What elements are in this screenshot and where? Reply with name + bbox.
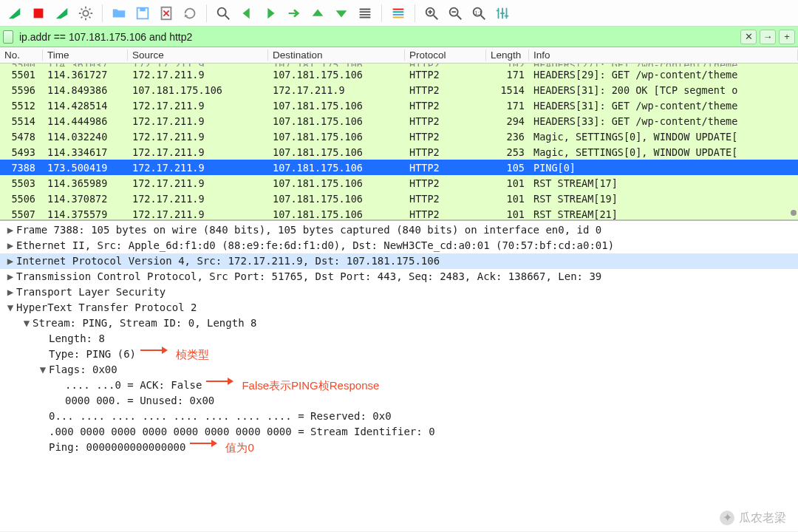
goto-icon[interactable] <box>284 3 304 24</box>
cell-proto: HTTP2 <box>405 64 486 66</box>
packet-row[interactable]: 7388173.500419172.17.211.9107.181.175.10… <box>0 160 798 175</box>
cell-time: 114.370872 <box>43 193 128 205</box>
cell-info: PING[0] <box>529 162 798 174</box>
last-icon[interactable] <box>331 3 352 24</box>
column-header[interactable]: Source <box>128 50 268 61</box>
cell-time: 114.361727 <box>43 69 128 81</box>
first-icon[interactable] <box>307 3 328 24</box>
packet-row[interactable]: 5596114.849386107.181.175.106172.17.211.… <box>0 82 798 98</box>
column-header[interactable]: Length <box>486 50 529 61</box>
wechat-icon: ✦ <box>720 511 734 525</box>
arrow-icon <box>206 378 237 385</box>
cell-src: 172.17.211.9 <box>128 146 268 158</box>
cell-no: 5514 <box>0 115 43 127</box>
cell-no: 5596 <box>0 84 43 96</box>
cell-dst: 107.181.175.106 <box>268 193 405 205</box>
svg-point-1 <box>83 10 88 16</box>
cell-proto: HTTP2 <box>405 208 486 220</box>
column-header[interactable]: Protocol <box>405 50 486 61</box>
cell-src: 172.17.211.9 <box>128 131 268 143</box>
column-header[interactable]: Destination <box>268 50 405 61</box>
options-icon[interactable] <box>75 3 96 24</box>
annotation-ping: 值为0 <box>225 440 253 455</box>
cell-no: 5507 <box>0 208 43 220</box>
tree-http2[interactable]: ▼HyperText Transfer Protocol 2 <box>0 300 798 316</box>
filter-bookmark-icon[interactable] <box>3 30 13 44</box>
cell-len: 253 <box>486 146 529 158</box>
cell-info: RST_STREAM[19] <box>529 193 798 205</box>
cell-no: 5478 <box>0 131 43 143</box>
cell-info: RST_STREAM[21] <box>529 208 798 220</box>
colorize-icon[interactable] <box>388 3 409 24</box>
zoom-in-icon[interactable] <box>421 3 442 24</box>
cell-dst: 107.181.175.106 <box>268 115 405 127</box>
stop-icon[interactable] <box>28 3 49 24</box>
cell-len: 101 <box>486 177 529 189</box>
tree-tcp[interactable]: ▶Transmission Control Protocol, Src Port… <box>0 269 798 284</box>
fwd-icon[interactable] <box>260 3 281 24</box>
packet-list-body[interactable]: 5500114.361037172.17.211.9107.181.175.10… <box>0 64 798 221</box>
cell-src: 172.17.211.9 <box>128 115 268 127</box>
column-header[interactable]: Info <box>529 50 798 61</box>
apply-filter-button[interactable]: → <box>760 30 776 44</box>
cell-info: Magic, SETTINGS[0], WINDOW_UPDATE[ <box>529 131 798 143</box>
scrollbar-thumb[interactable] <box>791 210 797 216</box>
tree-frame[interactable]: ▶Frame 7388: 105 bytes on wire (840 bits… <box>0 222 798 238</box>
auto-scroll-icon[interactable] <box>355 3 375 24</box>
field-length[interactable]: Length: 8 <box>0 331 798 347</box>
tree-flags[interactable]: ▼Flags: 0x00 <box>0 362 798 378</box>
field-ping[interactable]: Ping: 0000000000000000值为0 <box>0 440 798 455</box>
field-type[interactable]: Type: PING (6)桢类型 <box>0 347 798 362</box>
cell-proto: HTTP2 <box>405 162 486 174</box>
cell-dst: 107.181.175.106 <box>268 177 405 189</box>
tree-stream[interactable]: ▼Stream: PING, Stream ID: 0, Length 8 <box>0 316 798 331</box>
clear-filter-button[interactable]: ✕ <box>740 30 757 44</box>
cell-src: 172.17.211.9 <box>128 177 268 189</box>
packet-list-header: No.TimeSourceDestinationProtocolLengthIn… <box>0 47 798 64</box>
find-icon[interactable] <box>213 3 233 24</box>
zoom-reset-icon[interactable]: 1:1 <box>468 3 489 24</box>
cell-dst: 107.181.175.106 <box>268 100 405 112</box>
shark-icon[interactable] <box>4 3 25 24</box>
back-icon[interactable] <box>236 3 257 24</box>
packet-row[interactable]: 5500114.361037172.17.211.9107.181.175.10… <box>0 64 798 66</box>
packet-details-pane[interactable]: ▶Frame 7388: 105 bytes on wire (840 bits… <box>0 221 798 531</box>
packet-row[interactable]: 5514114.444986172.17.211.9107.181.175.10… <box>0 113 798 129</box>
close-icon[interactable] <box>156 3 177 24</box>
field-unused[interactable]: 0000 000. = Unused: 0x00 <box>0 393 798 409</box>
cell-src: 172.17.211.9 <box>128 64 268 66</box>
open-icon[interactable] <box>109 3 129 24</box>
cell-time: 114.365989 <box>43 177 128 189</box>
packet-row[interactable]: 5506114.370872172.17.211.9107.181.175.10… <box>0 191 798 206</box>
cell-proto: HTTP2 <box>405 193 486 205</box>
column-header[interactable]: No. <box>0 50 43 61</box>
column-header[interactable]: Time <box>43 50 128 61</box>
field-reserved[interactable]: 0... .... .... .... .... .... .... .... … <box>0 409 798 424</box>
field-streamid[interactable]: .000 0000 0000 0000 0000 0000 0000 0000 … <box>0 424 798 440</box>
display-filter-input[interactable] <box>16 30 737 44</box>
packet-row[interactable]: 5493114.334617172.17.211.9107.181.175.10… <box>0 144 798 160</box>
arrow-icon <box>190 440 221 447</box>
packet-row[interactable]: 5507114.375579172.17.211.9107.181.175.10… <box>0 206 798 221</box>
cell-dst: 107.181.175.106 <box>268 146 405 158</box>
resize-cols-icon[interactable] <box>492 3 513 24</box>
field-ack[interactable]: .... ...0 = ACK: FalseFalse表示PING桢Respon… <box>0 378 798 393</box>
reload-icon[interactable] <box>180 3 200 24</box>
save-icon[interactable] <box>132 3 153 24</box>
packet-row[interactable]: 5478114.032240172.17.211.9107.181.175.10… <box>0 129 798 144</box>
packet-row[interactable]: 5512114.428514172.17.211.9107.181.175.10… <box>0 98 798 113</box>
cell-info: HEADERS[33]: GET /wp-content/theme <box>529 115 798 127</box>
tree-tls[interactable]: ▶Transport Layer Security <box>0 284 798 300</box>
svg-rect-3 <box>140 7 145 11</box>
zoom-out-icon[interactable] <box>445 3 466 24</box>
add-filter-button[interactable]: + <box>779 30 795 44</box>
tree-ip[interactable]: ▶Internet Protocol Version 4, Src: 172.1… <box>0 253 798 269</box>
packet-row[interactable]: 5503114.365989172.17.211.9107.181.175.10… <box>0 175 798 191</box>
packet-row[interactable]: 5501114.361727172.17.211.9107.181.175.10… <box>0 66 798 82</box>
cell-no: 5512 <box>0 100 43 112</box>
cell-time: 114.428514 <box>43 100 128 112</box>
tree-ethernet[interactable]: ▶Ethernet II, Src: Apple_6d:f1:d0 (88:e9… <box>0 238 798 253</box>
cell-dst: 107.181.175.106 <box>268 162 405 174</box>
restart-icon[interactable] <box>52 3 72 24</box>
cell-info: HEADERS[27]: GET /wp-content/theme <box>529 64 798 66</box>
